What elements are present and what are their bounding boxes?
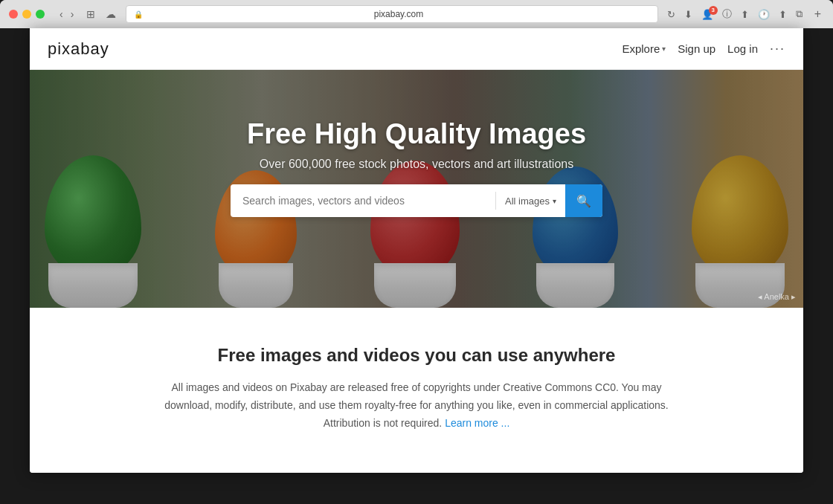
browser-titlebar: ‹ › ⊞ ☁ 🔒 pixabay.com ↻ ⬇ 👤 3 ⓘ ⬆ 🕐 ⬆ ⧉ … xyxy=(0,0,833,28)
info-description: All images and videos on Pixabay are rel… xyxy=(164,379,669,432)
hero-content: Free High Quality Images Over 600,000 fr… xyxy=(30,70,803,217)
login-nav-item[interactable]: Log in xyxy=(727,42,758,55)
search-bar: All images ▾ 🔍 xyxy=(231,184,602,217)
add-tab-button[interactable]: + xyxy=(811,6,824,22)
toolbar-icons-left: ⊞ ☁ xyxy=(83,7,120,22)
download-icon[interactable]: ⬇ xyxy=(681,7,695,22)
info-title: Free images and videos you can use anywh… xyxy=(89,345,744,366)
right-toolbar: ↻ ⬇ 👤 3 ⓘ ⬆ 🕐 ⬆ ⧉ + xyxy=(664,6,824,22)
upload-button[interactable]: ⬆ xyxy=(738,7,752,22)
site-header: pixabay Explore ▾ Sign up Log in ··· xyxy=(30,28,803,70)
search-input[interactable] xyxy=(231,195,495,207)
signup-nav-item[interactable]: Sign up xyxy=(678,42,715,55)
info-section: Free images and videos you can use anywh… xyxy=(30,308,803,473)
cloud-icon[interactable]: ☁ xyxy=(102,7,120,22)
url-text: pixabay.com xyxy=(147,9,649,19)
minimize-button[interactable] xyxy=(22,10,31,19)
explore-nav-item[interactable]: Explore ▾ xyxy=(622,42,666,55)
search-icon: 🔍 xyxy=(576,194,591,208)
site-logo[interactable]: pixabay xyxy=(48,39,109,59)
reload-button[interactable]: ↻ xyxy=(664,7,678,22)
back-button[interactable]: ‹ xyxy=(57,7,66,22)
explore-chevron-icon: ▾ xyxy=(662,45,666,53)
search-filter-dropdown[interactable]: All images ▾ xyxy=(496,196,565,207)
close-button[interactable] xyxy=(9,10,18,19)
browser-chrome: ‹ › ⊞ ☁ 🔒 pixabay.com ↻ ⬇ 👤 3 ⓘ ⬆ 🕐 ⬆ ⧉ … xyxy=(0,0,833,28)
search-button[interactable]: 🔍 xyxy=(565,184,602,217)
info-button[interactable]: ⓘ xyxy=(719,6,735,22)
traffic-lights xyxy=(9,10,45,19)
lock-icon: 🔒 xyxy=(134,10,143,19)
filter-chevron-icon: ▾ xyxy=(553,197,556,205)
site-wrapper: pixabay Explore ▾ Sign up Log in ··· xyxy=(30,28,803,473)
nav-buttons: ‹ › xyxy=(57,7,77,22)
address-bar[interactable]: 🔒 pixabay.com xyxy=(126,5,657,23)
hero-subtitle: Over 600,000 free stock photos, vectors … xyxy=(260,158,573,171)
more-nav-item[interactable]: ··· xyxy=(770,41,785,56)
notification-button[interactable]: 👤 3 xyxy=(698,7,716,22)
tab-icon[interactable]: ⊞ xyxy=(83,7,99,22)
notification-badge: 3 xyxy=(709,6,718,15)
learn-more-link[interactable]: Learn more ... xyxy=(445,417,509,429)
history-button[interactable]: 🕐 xyxy=(755,7,773,22)
maximize-button[interactable] xyxy=(36,10,45,19)
hero-title: Free High Quality Images xyxy=(247,118,586,150)
hero-attribution: ◂ Anelka ▸ xyxy=(758,292,796,302)
copy-button[interactable]: ⧉ xyxy=(793,7,805,22)
hero-section: Free High Quality Images Over 600,000 fr… xyxy=(30,70,803,308)
search-filter-label: All images xyxy=(505,196,550,207)
share-button[interactable]: ⬆ xyxy=(776,7,790,22)
forward-button[interactable]: › xyxy=(68,7,77,22)
site-nav: Explore ▾ Sign up Log in ··· xyxy=(622,41,785,56)
